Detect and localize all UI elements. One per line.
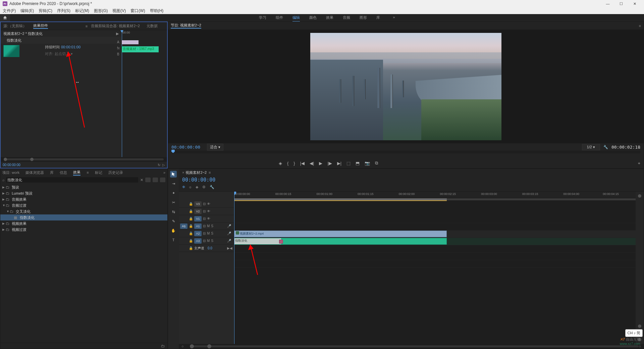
tl-h-zoom-slider[interactable] bbox=[191, 345, 639, 347]
track-select-tool-icon[interactable]: ⇥ bbox=[170, 180, 177, 187]
track-v3-lane[interactable] bbox=[234, 216, 636, 223]
program-tab[interactable]: 节目: 视频素材2~2 bbox=[171, 23, 201, 29]
go-to-in-icon[interactable]: |◀ bbox=[300, 161, 305, 166]
tree-item-视频过渡[interactable]: ▶🗀视频过渡 bbox=[0, 227, 167, 233]
clear-search-icon[interactable]: ✕ bbox=[140, 178, 143, 182]
settings-wrench-icon[interactable]: 🔧 bbox=[603, 145, 608, 149]
go-to-out-icon[interactable]: ▶| bbox=[337, 161, 341, 166]
program-resolution-dropdown[interactable]: 1/2 ▾ bbox=[582, 144, 600, 150]
video-clip[interactable]: 视频素材2~2.mp4 bbox=[234, 231, 447, 237]
ec-zoom-slider[interactable] bbox=[1, 157, 167, 162]
track-v3-header[interactable]: 🔒V3⊟👁 bbox=[179, 200, 234, 208]
extract-icon[interactable]: ⬒ bbox=[356, 161, 360, 166]
snap-icon[interactable]: ⁜ bbox=[182, 185, 185, 189]
menu-edit[interactable]: 编辑(E) bbox=[20, 8, 34, 14]
program-fit-dropdown[interactable]: 适合 ▾ bbox=[207, 144, 223, 151]
timeline-tracks[interactable]: 00:00:00:0000:00:00:1500:00:01:0000:00:0… bbox=[234, 192, 636, 344]
tree-item-音频效果[interactable]: ▶🗀音频效果 bbox=[0, 196, 167, 202]
mark-out-icon[interactable]: } bbox=[293, 161, 295, 166]
tab-source[interactable]: 源:（无剪辑） bbox=[3, 23, 26, 29]
track-a3-lane[interactable] bbox=[234, 253, 636, 260]
v-zoom-handle3-icon[interactable] bbox=[638, 331, 641, 335]
ws-effects[interactable]: 效果 bbox=[326, 14, 333, 22]
track-a1-lane[interactable]: 指数淡化 bbox=[234, 238, 636, 245]
timeline-ruler[interactable]: 00:00:00:0000:00:00:1500:00:01:0000:00:0… bbox=[234, 192, 636, 198]
tree-item-预设[interactable]: ▶🗀预设 bbox=[0, 184, 167, 190]
duration-input[interactable]: 00:00:01:00 bbox=[61, 45, 80, 49]
pen-tool-icon[interactable]: ✎ bbox=[170, 218, 177, 225]
track-v2-header[interactable]: 🔒V2⊟👁 bbox=[179, 208, 234, 215]
audio-clip[interactable]: 指数淡化 bbox=[234, 238, 447, 245]
timeline-playhead[interactable] bbox=[234, 192, 234, 344]
tree-item-指数淡化[interactable]: ▦指数淡化 bbox=[0, 214, 167, 220]
tab-history[interactable]: 历史记录 bbox=[108, 170, 123, 175]
linked-selection-icon[interactable]: ⌾ bbox=[189, 185, 192, 189]
tab-metadata[interactable]: 元数据 bbox=[147, 23, 158, 29]
settings-icon[interactable]: ⚙ bbox=[202, 185, 206, 189]
menu-window[interactable]: 窗口(W) bbox=[130, 8, 145, 14]
menu-clip[interactable]: 剪辑(C) bbox=[39, 8, 52, 14]
tree-item-Lumetri 预设[interactable]: ▶🗀Lumetri 预设 bbox=[0, 190, 167, 196]
ws-assembly[interactable]: 组件 bbox=[276, 14, 283, 22]
tab-menu-icon[interactable]: ≡ bbox=[86, 24, 88, 28]
v-zoom-handle-icon[interactable] bbox=[638, 194, 641, 198]
tree-item-音频过渡[interactable]: ▼🗀音频过渡 bbox=[0, 202, 167, 208]
tl-zoom-out-icon[interactable]: ○ bbox=[181, 344, 184, 348]
add-button-icon[interactable]: + bbox=[638, 161, 640, 166]
ws-audio[interactable]: 音频 bbox=[343, 14, 350, 22]
track-master-lane[interactable] bbox=[234, 260, 636, 267]
tab-effects[interactable]: 效果 bbox=[73, 170, 80, 176]
track-a1-header[interactable]: A1🔒A1⊟MS🎤 bbox=[179, 222, 234, 230]
menu-help[interactable]: 帮助(H) bbox=[150, 8, 164, 14]
program-viewport[interactable] bbox=[168, 30, 644, 143]
tab-libraries[interactable]: 库 bbox=[50, 170, 54, 175]
audio-transition[interactable]: 指数淡化 bbox=[234, 238, 281, 244]
mark-in-icon[interactable]: { bbox=[287, 161, 288, 166]
marker-tool-icon[interactable]: ◈ bbox=[196, 185, 198, 189]
lift-icon[interactable]: ⬚ bbox=[346, 161, 351, 166]
ws-libraries[interactable]: 库 bbox=[376, 14, 380, 22]
program-scrubber[interactable] bbox=[171, 151, 640, 153]
type-tool-icon[interactable]: T bbox=[170, 237, 177, 243]
menu-markers[interactable]: 标记(M) bbox=[75, 8, 89, 14]
tree-item-视频效果[interactable]: ▶🗀视频效果 bbox=[0, 220, 167, 227]
menu-view[interactable]: 视图(V) bbox=[112, 8, 126, 14]
slip-tool-icon[interactable]: ⇆ bbox=[170, 208, 177, 215]
ec-footer-timecode[interactable]: 00:00:00:00 bbox=[3, 163, 20, 167]
effects-search-input[interactable] bbox=[6, 177, 138, 183]
track-v2-lane[interactable] bbox=[234, 223, 636, 231]
track-a2-header[interactable]: 🔒A2⊟MS🎤 bbox=[179, 230, 234, 237]
panel-more-icon[interactable]: » bbox=[163, 170, 165, 174]
wrench-icon[interactable]: 🔧 bbox=[210, 185, 214, 189]
step-forward-icon[interactable]: |▶ bbox=[327, 161, 332, 166]
tab-effect-controls[interactable]: 效果控件 bbox=[33, 23, 48, 29]
sequence-tab[interactable]: 视频素材2~2 bbox=[185, 170, 207, 175]
minimize-button[interactable]: — bbox=[601, 2, 614, 6]
add-marker-icon[interactable]: ◈ bbox=[279, 161, 282, 166]
ec-loop-icon[interactable]: ↻ bbox=[158, 163, 160, 167]
ws-editing[interactable]: 编辑 bbox=[292, 14, 300, 22]
fade-duration-handle[interactable] bbox=[279, 240, 283, 244]
ws-graphics[interactable]: 图形 bbox=[360, 14, 367, 22]
compare-icon[interactable]: ⧉ bbox=[375, 160, 378, 166]
panel-menu-icon[interactable]: ≡ bbox=[87, 170, 89, 174]
menu-file[interactable]: 文件(F) bbox=[3, 8, 16, 14]
track-master-header[interactable]: 🔒主声道0.0▶◀ bbox=[179, 245, 234, 252]
export-frame-icon[interactable]: 📷 bbox=[365, 161, 370, 166]
hand-tool-icon[interactable]: ✋ bbox=[170, 227, 177, 234]
ws-learn[interactable]: 学习 bbox=[259, 14, 266, 22]
fx-badge-2-icon[interactable] bbox=[153, 178, 158, 182]
selection-tool-icon[interactable] bbox=[170, 171, 177, 178]
fx-badge-1-icon[interactable] bbox=[145, 178, 151, 182]
track-a3-header[interactable]: 🔒A3⊟MS🎤 bbox=[179, 237, 234, 245]
program-menu-icon[interactable]: ≡ bbox=[639, 24, 641, 28]
ec-mini-timeline[interactable]: 00:00 A fx 音频素材 - 1967.mp3 B bbox=[121, 30, 167, 157]
maximize-button[interactable]: ☐ bbox=[614, 2, 628, 6]
tab-markers[interactable]: 标记 bbox=[95, 170, 102, 175]
program-timecode[interactable]: 00:00:00:00 bbox=[171, 145, 200, 150]
step-back-icon[interactable]: ◀| bbox=[310, 161, 314, 166]
close-button[interactable]: ✕ bbox=[628, 2, 641, 6]
ec-play-icon[interactable]: ▷ bbox=[162, 163, 165, 167]
tab-audio-mixer[interactable]: 音频剪辑混合器: 视频素材2~2 bbox=[91, 23, 140, 29]
menu-graphics[interactable]: 图形(G) bbox=[94, 8, 108, 14]
